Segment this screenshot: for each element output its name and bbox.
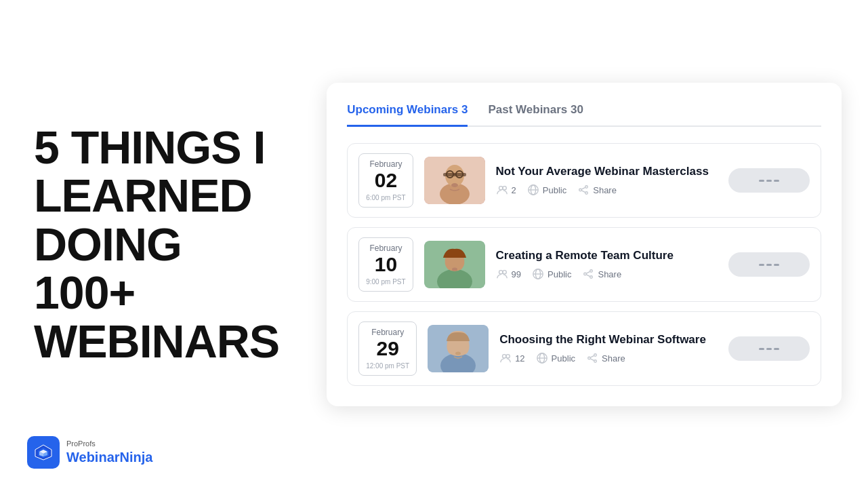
date-month-3: February [371, 328, 404, 337]
visibility-label-2: Public [547, 269, 571, 279]
svg-point-11 [502, 187, 505, 190]
tab-bar: Upcoming Webinars 3 Past Webinars 30 [347, 103, 821, 127]
svg-point-9 [451, 183, 458, 187]
brand-name-part2: Ninja [120, 450, 153, 465]
svg-point-16 [579, 189, 582, 191]
visibility-icon-3 [536, 352, 548, 364]
webinar-title-1: Not Your Average Webinar Masterclass [496, 165, 718, 178]
logo-icon [27, 436, 60, 469]
date-month-1: February [369, 159, 402, 169]
meta-attendees-3: 12 [499, 352, 524, 364]
meta-share-2: Share [582, 268, 621, 280]
svg-line-33 [587, 275, 590, 277]
svg-point-25 [502, 271, 505, 274]
headline-line2: LEARNED [34, 172, 279, 220]
date-month-2: February [369, 243, 402, 253]
svg-point-45 [594, 360, 597, 363]
action-button-1[interactable] [728, 168, 810, 193]
svg-point-15 [585, 186, 588, 189]
meta-visibility-1: Public [527, 184, 566, 196]
svg-point-10 [499, 187, 502, 190]
svg-line-19 [582, 191, 585, 193]
svg-point-38 [503, 355, 506, 358]
headline-line4: WEBINARS [34, 317, 279, 366]
action-button-2[interactable] [728, 252, 810, 277]
webinar-meta-2: 99 Public [496, 268, 718, 280]
svg-point-23 [452, 268, 457, 271]
svg-line-46 [590, 355, 594, 357]
webinar-thumb-1 [424, 157, 485, 204]
svg-line-32 [587, 271, 590, 273]
meta-attendees-2: 99 [496, 268, 521, 280]
svg-point-29 [590, 270, 593, 273]
svg-point-37 [455, 352, 461, 355]
tab-past[interactable]: Past Webinars 30 [488, 103, 583, 127]
meta-visibility-2: Public [532, 268, 571, 280]
webinar-info-2: Creating a Remote Team Culture 99 [496, 249, 718, 280]
webinar-thumb-2 [424, 241, 485, 288]
brand-proprofs-label: ProProfs [66, 439, 152, 448]
svg-point-31 [590, 276, 593, 279]
headline-line1: 5 THINGS I [34, 123, 279, 172]
person-image-1 [424, 157, 485, 204]
svg-line-18 [582, 187, 585, 189]
webinar-card: Upcoming Webinars 3 Past Webinars 30 Feb… [327, 83, 842, 406]
webinar-info-1: Not Your Average Webinar Masterclass 2 [496, 165, 718, 196]
date-day-1: 02 [375, 169, 397, 191]
date-time-3: 12:00 pm PST [366, 362, 409, 370]
date-day-2: 10 [375, 253, 397, 275]
date-box-3: February 29 12:00 pm PST [358, 321, 417, 376]
svg-point-39 [506, 355, 510, 358]
webinar-meta-1: 2 Public [496, 184, 718, 196]
meta-share-3: Share [586, 352, 625, 364]
share-label-3: Share [602, 353, 625, 364]
visibility-label-3: Public [552, 353, 575, 364]
attendees-count-3: 12 [515, 353, 524, 364]
svg-point-17 [585, 192, 588, 195]
webinar-item-1: February 02 6:00 pm PST [347, 143, 821, 218]
webinar-thumb-3 [428, 325, 489, 372]
date-box-1: February 02 6:00 pm PST [358, 153, 413, 208]
brand-name-part1: Webinar [66, 450, 120, 465]
webinar-list: February 02 6:00 pm PST [347, 143, 821, 386]
attendees-count-2: 99 [512, 269, 521, 279]
meta-attendees-1: 2 [496, 184, 516, 196]
webinar-meta-3: 12 Public [499, 352, 718, 364]
left-panel: 5 THINGS I LEARNED DOING 100+ WEBINARS [0, 0, 313, 489]
webinar-item-3: February 29 12:00 pm PST [347, 311, 821, 386]
svg-line-47 [590, 359, 594, 361]
svg-point-44 [588, 357, 591, 359]
webinar-title-2: Creating a Remote Team Culture [496, 249, 718, 262]
headline: 5 THINGS I LEARNED DOING 100+ WEBINARS [34, 123, 279, 366]
brand-name: WebinarNinja [66, 449, 152, 465]
tab-upcoming[interactable]: Upcoming Webinars 3 [347, 103, 468, 127]
webinar-item-2: February 10 9:00 pm PST [347, 227, 821, 302]
person-image-3 [428, 325, 489, 372]
date-time-2: 9:00 pm PST [366, 278, 405, 286]
webinar-title-3: Choosing the Right Webinar Software [499, 333, 718, 347]
meta-visibility-3: Public [536, 352, 575, 364]
right-panel: Upcoming Webinars 3 Past Webinars 30 Feb… [313, 0, 868, 489]
person-image-2 [424, 241, 485, 288]
attendees-icon-2 [496, 268, 508, 280]
share-icon-2 [582, 268, 594, 280]
date-box-2: February 10 9:00 pm PST [358, 237, 413, 292]
attendees-icon-3 [499, 352, 512, 364]
brand-text: ProProfs WebinarNinja [66, 439, 152, 465]
share-label-2: Share [598, 269, 621, 279]
svg-point-24 [499, 271, 502, 274]
svg-point-43 [594, 354, 597, 357]
share-icon-1 [577, 184, 590, 196]
visibility-icon-2 [532, 268, 544, 280]
attendees-icon-1 [496, 184, 508, 196]
brand-section: ProProfs WebinarNinja [27, 436, 152, 469]
visibility-icon-1 [527, 184, 539, 196]
date-time-1: 6:00 pm PST [366, 194, 405, 201]
share-icon-3 [586, 352, 598, 364]
headline-line3: DOING 100+ [34, 220, 279, 317]
action-button-3[interactable] [728, 336, 810, 361]
svg-point-30 [584, 273, 587, 275]
meta-share-1: Share [577, 184, 617, 196]
webinar-info-3: Choosing the Right Webinar Software 12 [499, 333, 718, 364]
visibility-label-1: Public [543, 185, 566, 195]
